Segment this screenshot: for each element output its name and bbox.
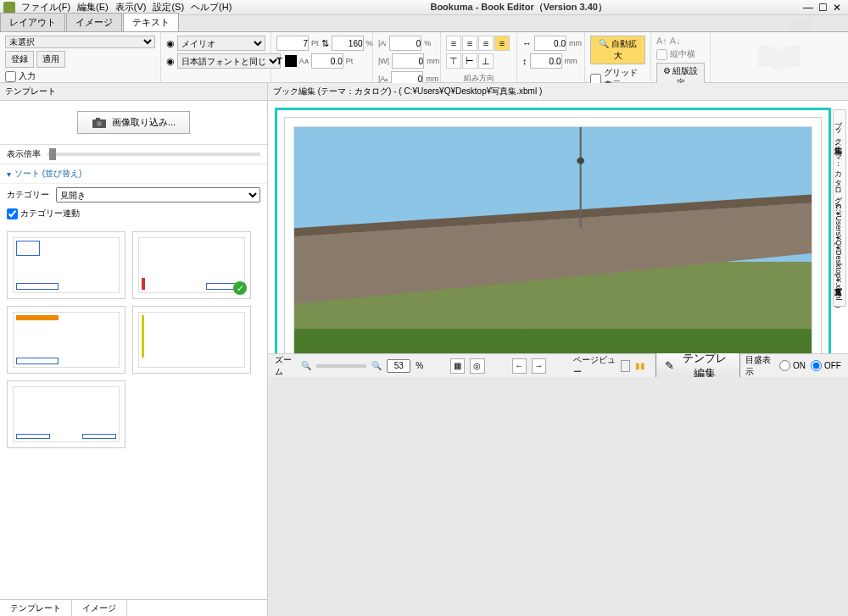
align-left-icon[interactable]: ≡	[446, 36, 461, 51]
page-single-icon[interactable]	[621, 360, 629, 372]
register-button[interactable]: 登録	[5, 51, 34, 68]
bottom-toolbar: ズーム 🔍 🔍 % ▦ ◎ ← → ページビュー ▮▮ ✎ テンプレ編集 目盛表…	[268, 353, 848, 377]
align-justify-icon[interactable]: ≡	[494, 36, 510, 51]
close-icon[interactable]: ✕	[833, 2, 841, 14]
fit-page-icon[interactable]: ▦	[450, 358, 465, 374]
template-grid: ✓	[0, 225, 267, 599]
template-thumb-1[interactable]	[7, 231, 126, 299]
zoom-value-input[interactable]	[387, 359, 410, 373]
chevron-down-icon: ▾	[7, 169, 11, 179]
main-photo[interactable]	[293, 126, 812, 353]
minimize-icon[interactable]: —	[803, 2, 813, 14]
align-center-icon[interactable]: ≡	[462, 36, 477, 51]
apply-button[interactable]: 適用	[36, 51, 65, 68]
page-spread[interactable]: 金沢市 浅野川梅の橋 お勧めの時期：春・初夏・雪の日など ここに章タイトルを入力…	[275, 108, 831, 353]
fontsize-input[interactable]	[276, 36, 309, 51]
unit-mm3: mm	[569, 39, 582, 47]
btab-image[interactable]: イメージ	[72, 600, 127, 616]
tab-layout[interactable]: レイアウト	[0, 13, 65, 31]
display-ratio-slider[interactable]	[47, 153, 260, 156]
margin-v-icon: ↕	[522, 56, 527, 66]
margin-h-icon: ↔	[522, 38, 532, 48]
image-import-button[interactable]: 画像取り込み...	[77, 111, 190, 134]
right-panel: ブック編集 (テーマ：カタログ) - ( C:¥Users¥Q¥Desktop¥…	[268, 83, 848, 616]
margin-h-input[interactable]	[534, 36, 566, 51]
book-watermark-icon	[754, 42, 805, 73]
category-row: カテゴリー 見開き	[0, 184, 267, 206]
align-right-icon[interactable]: ≡	[478, 36, 494, 51]
category-label: カテゴリー	[7, 189, 49, 201]
tab-image[interactable]: イメージ	[66, 13, 122, 31]
menu-settings[interactable]: 設定(S)	[150, 1, 187, 14]
bullet-icon: ◉	[166, 56, 175, 67]
valign-top-icon[interactable]: ⊤	[446, 53, 461, 69]
display-ratio-row: 表示倍率	[0, 145, 267, 164]
margin-v-input[interactable]	[530, 53, 562, 69]
canvas-area[interactable]: 金沢市 浅野川梅の橋 お勧めの時期：春・初夏・雪の日など ここに章タイトルを入力…	[268, 101, 848, 353]
tatechuyoko-checkbox[interactable]: 縦中横	[656, 48, 705, 60]
category-link-checkbox[interactable]: カテゴリー連動	[7, 208, 80, 219]
maximize-icon[interactable]: ☐	[818, 2, 828, 14]
pt-label: Pt	[311, 39, 319, 47]
category-select[interactable]: 見開き	[56, 187, 260, 203]
display-ratio-label: 表示倍率	[7, 148, 41, 160]
unit-mm2: mm	[426, 75, 438, 83]
lineheight-icon: ⇅	[321, 38, 329, 49]
sort-row[interactable]: ▾ ソート (並び替え)	[0, 164, 267, 184]
pageview-label: ページビュー	[573, 354, 616, 378]
template-panel-header: テンプレート	[0, 83, 267, 101]
ruler-off-radio[interactable]: OFF	[811, 360, 841, 371]
template-thumb-4[interactable]	[132, 306, 251, 374]
svg-rect-2	[96, 118, 100, 120]
prev-page-button[interactable]: ←	[512, 358, 527, 374]
svg-rect-5	[294, 329, 812, 353]
left-bottom-tabs: テンプレート イメージ	[0, 599, 267, 616]
template-thumb-2[interactable]: ✓	[132, 231, 251, 299]
indent-width-icon: |W|	[378, 57, 389, 65]
valign-bottom-icon[interactable]: ⊥	[478, 53, 494, 69]
pct-label: %	[366, 39, 373, 47]
menu-view[interactable]: 表示(V)	[113, 1, 149, 14]
indent-before-icon: |Aᵢ	[378, 39, 387, 47]
valign-middle-icon[interactable]: ⊢	[462, 53, 477, 69]
tracking-input[interactable]	[311, 53, 343, 69]
auto-expand-button[interactable]: 🔍 自動拡大	[590, 36, 645, 64]
btab-template[interactable]: テンプレート	[0, 600, 72, 616]
indent-before-input[interactable]	[389, 36, 421, 51]
bold-icon[interactable]: T	[276, 56, 282, 66]
main-tabs: レイアウト イメージ テキスト	[0, 15, 848, 32]
page-spread-icon[interactable]: ▮▮	[635, 361, 645, 370]
unit-mm: mm	[427, 57, 439, 65]
editor-header: ブック編集 (テーマ：カタログ) - ( C:¥Users¥Q¥Desktop¥…	[268, 83, 848, 101]
input-checkbox[interactable]: 入力	[5, 70, 155, 82]
ruler-on-radio[interactable]: ON	[779, 360, 806, 371]
fit-width-icon[interactable]: ◎	[470, 358, 484, 374]
font-sub-select[interactable]: 日本語フォントと同じ	[177, 53, 281, 69]
vertical-doc-tab[interactable]: ブック編集（テーマ：カタログ） -（C:¥Users¥Q¥Desktop¥写真集…	[833, 109, 846, 307]
ruler-label: 目盛表示	[745, 354, 774, 378]
indent-after-icon: |Aₒ	[378, 75, 388, 83]
template-thumb-5[interactable]	[7, 380, 126, 448]
font-main-select[interactable]: メイリオ	[177, 36, 265, 51]
menu-file[interactable]: ファイル(F)	[19, 1, 73, 14]
next-page-button[interactable]: →	[532, 358, 546, 374]
menu-bar: ファイル(F) 編集(E) 表示(V) 設定(S) ヘルプ(H)	[19, 1, 234, 14]
book-decoration-icon	[789, 18, 814, 31]
zoom-slider[interactable]	[316, 364, 366, 368]
template-thumb-3[interactable]	[7, 306, 126, 374]
ribbon-toolbar: 未選択 登録 適用 入力 ◉メイリオ ◉日本語フォントと同じ Pt ⇅ % T …	[0, 32, 848, 83]
lineheight-input[interactable]	[332, 36, 364, 51]
menu-help[interactable]: ヘルプ(H)	[188, 1, 234, 14]
menu-edit[interactable]: 編集(E)	[75, 1, 111, 14]
window-controls: — ☐ ✕	[803, 2, 848, 14]
tab-text[interactable]: テキスト	[123, 13, 179, 31]
color-icon[interactable]	[285, 55, 297, 67]
pt-label2: Pt	[346, 57, 354, 65]
zoom-in-icon[interactable]: 🔍	[371, 361, 382, 370]
zoom-out-icon[interactable]: 🔍	[301, 361, 311, 370]
text-shrink-icon: A↓	[670, 36, 681, 46]
indent-width-input[interactable]	[392, 53, 424, 69]
h-align-group: ≡ ≡ ≡ ≡	[446, 36, 511, 51]
style-select[interactable]: 未選択	[5, 36, 155, 48]
app-logo	[3, 2, 15, 14]
